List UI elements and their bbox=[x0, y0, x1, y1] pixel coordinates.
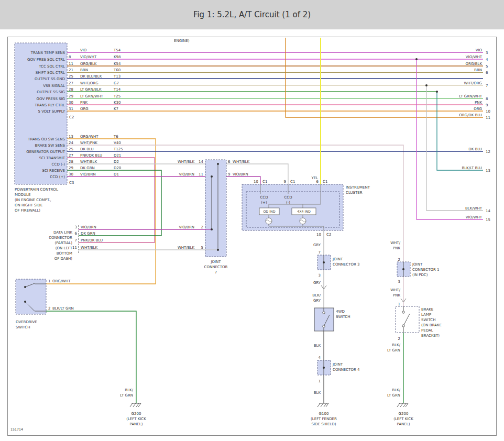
junction-dot bbox=[217, 249, 219, 251]
wire-color-label: BRN bbox=[80, 68, 88, 72]
wire-color-label: PNK bbox=[80, 101, 87, 105]
od-ind-label: OD IND bbox=[263, 210, 275, 213]
pcm-pin: 25 bbox=[69, 147, 73, 151]
wire-color-label: VIO/WHT bbox=[80, 55, 97, 59]
pcm-pin: 28 bbox=[69, 87, 73, 92]
pcm-pin: 30 bbox=[69, 172, 73, 177]
wire-color-label: BLK/ bbox=[392, 343, 400, 347]
cluster-conn: C1 bbox=[262, 180, 267, 184]
cluster-pin: 6 bbox=[316, 180, 319, 184]
circuit-id: K30 bbox=[114, 101, 121, 105]
ccd-minus-label: (-) bbox=[286, 201, 290, 205]
wire-color-label: VIO bbox=[476, 48, 483, 52]
circuit-id: T60 bbox=[113, 68, 120, 72]
pcm-signal-label: GOV PRES SOL CTRL bbox=[27, 58, 65, 62]
wire-color-label: ORG/DK BLU bbox=[459, 113, 482, 117]
brake-top-pin: 1 bbox=[398, 302, 400, 306]
wire-color-label: PNK/DK BLU bbox=[80, 153, 102, 158]
wire-color-label: WHT/BLK bbox=[80, 160, 97, 164]
pcm-signal-label: TRANS RLY CTRL bbox=[34, 103, 65, 107]
jc7-label-line: 7 bbox=[215, 270, 217, 274]
jc3-bottom-pin: 3 bbox=[319, 273, 321, 278]
ground-label: (LEFT KICK bbox=[393, 417, 413, 421]
circuit-id: D20 bbox=[114, 166, 121, 170]
dlc-pin: 3 bbox=[75, 225, 77, 229]
jc7-pin: 14 bbox=[199, 160, 203, 164]
circuit-id: D1 bbox=[114, 172, 119, 177]
ground-symbol-g200-left bbox=[130, 403, 141, 407]
od-pin: 1 bbox=[48, 279, 50, 283]
brake-switch-box bbox=[396, 306, 419, 333]
pcm-caption-line: ON RIGHT SIDE bbox=[15, 203, 42, 207]
pcm-pin: 30 bbox=[69, 101, 73, 105]
brake-switch-label: BRACKET) bbox=[421, 334, 440, 338]
cluster-pin: 10 bbox=[316, 233, 321, 237]
switch-contact bbox=[24, 301, 26, 303]
wire-color-label: VIO/BRN bbox=[233, 172, 248, 177]
circuit-id: G7 bbox=[114, 81, 119, 85]
switch-contact bbox=[323, 325, 325, 327]
jc7-box bbox=[205, 160, 226, 257]
ground-label: PANEL) bbox=[397, 422, 410, 426]
wire-color-label: VIO/BRN bbox=[179, 172, 194, 177]
dlc-caption-line: OF DASH) bbox=[54, 257, 73, 261]
title-bar: Fig 1: 5.2L, A/T Circuit (1 of 2) bbox=[0, 0, 504, 29]
jc4-label-line: CONNECTOR 4 bbox=[333, 368, 360, 372]
junction-dot bbox=[323, 367, 325, 369]
wire-color-label: LT GRN bbox=[387, 348, 400, 352]
jc4-bottom-pin: 1 bbox=[319, 379, 321, 383]
od-pin: 2 bbox=[48, 306, 50, 311]
pcm-pin: 8 bbox=[69, 55, 71, 59]
circuit-id: T6 bbox=[113, 135, 118, 139]
wiring-diagram: ENGINE) bbox=[7, 37, 497, 436]
pcm-pin: 13 bbox=[69, 135, 73, 139]
dlc-caption-line: BOTTOM bbox=[57, 251, 72, 256]
pcm-caption-line: (IN ENGINE COMPT., bbox=[15, 198, 51, 202]
cluster-box bbox=[242, 184, 343, 230]
pcm-signal-label: TRANS TEMP SENS bbox=[30, 51, 65, 55]
wire-color-label: BLK/ bbox=[312, 293, 321, 297]
cluster-conn: C1 bbox=[290, 180, 295, 184]
cluster-label-line: CLUSTER bbox=[346, 191, 363, 195]
junction-dot bbox=[415, 58, 418, 60]
junction-dot bbox=[211, 175, 213, 178]
wire-color-label: WHT/ bbox=[390, 288, 400, 292]
wire-color-label: ORG/WHT bbox=[80, 135, 98, 139]
junction-dot bbox=[217, 163, 219, 165]
pcm-signal-label: 5 VOLT SUPPLY bbox=[38, 109, 65, 114]
ground-label: G200 bbox=[399, 412, 409, 416]
jc7-label-line: JOINT bbox=[210, 260, 221, 264]
right-pin: 4 bbox=[486, 58, 488, 62]
right-pin: 14 bbox=[486, 209, 490, 213]
dlc-pin: 6 bbox=[75, 231, 78, 236]
jc7-pin: 6 bbox=[228, 160, 231, 164]
x4-ind-label: 4X4 IND bbox=[297, 210, 311, 213]
left-branch: 1 ORG/WHT 2 BLK/LT GRN OVERDRIVE SWITCH … bbox=[16, 279, 146, 426]
pcm-pin: 29 bbox=[69, 166, 73, 170]
ground-label: (LEFT FENDER bbox=[311, 417, 337, 421]
ground-symbol-g100 bbox=[317, 403, 328, 407]
junction-dot bbox=[425, 84, 428, 86]
pcm-signal-label: GOV PRESS SIG bbox=[37, 97, 65, 101]
pcm-signal-label: OUTPUT SS GND bbox=[35, 77, 65, 81]
ccd-plus-label: CCD bbox=[260, 195, 268, 200]
wire-color-label: LT GRN bbox=[387, 393, 400, 398]
brake-switch-label: SWITCH bbox=[421, 318, 435, 322]
brake-switch-label: (ON BRAKE bbox=[421, 323, 442, 327]
ground-symbol-g200-right bbox=[397, 403, 408, 407]
ground-label: SIDE SHIELD) bbox=[312, 422, 336, 426]
switch-contact bbox=[24, 286, 26, 288]
dlc-caption-line: DATA LINK bbox=[53, 230, 72, 235]
wire-color-label: ORG bbox=[80, 107, 89, 111]
pcm-signal-label: VSS SIGNAL bbox=[43, 84, 65, 88]
jc1-label-line: CONNECTOR 1 bbox=[412, 268, 440, 272]
cluster-conn: C2 bbox=[326, 233, 331, 237]
ccd-minus-label: CCD bbox=[284, 195, 292, 200]
circuit-id: D2 bbox=[114, 160, 119, 164]
pcm-pin: 21 bbox=[69, 68, 73, 72]
circuit-id: T54 bbox=[113, 48, 121, 52]
wire-color-label: DK GRN bbox=[81, 231, 95, 236]
pcm-connector-c3: C3 bbox=[69, 181, 74, 185]
wire-color-label: VIO bbox=[80, 48, 87, 52]
jc1-top-pin: 2 bbox=[398, 258, 400, 262]
